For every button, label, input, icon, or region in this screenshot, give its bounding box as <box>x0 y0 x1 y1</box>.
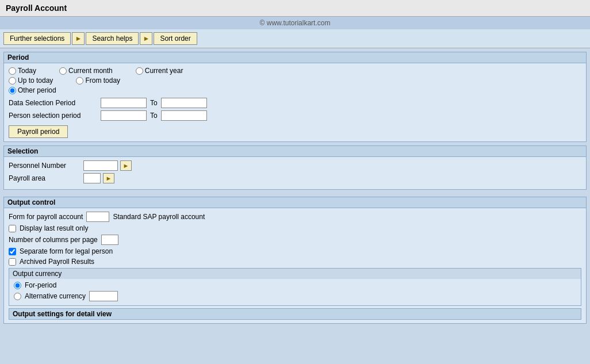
period-row-3: Other period <box>9 86 581 94</box>
watermark-bar: © www.tutorialkart.com <box>0 17 590 29</box>
selection-section-body: Personnel Number ► Payroll area ► <box>4 157 586 189</box>
further-selections-arrow-icon[interactable]: ► <box>72 32 85 45</box>
output-settings-header: Output settings for detail view <box>9 308 581 320</box>
from-today-label: From today <box>85 76 120 85</box>
archived-results-row: Archived Payroll Results <box>9 258 581 266</box>
data-selection-label: Data Selection Period <box>9 99 101 107</box>
data-selection-to-label: To <box>150 99 158 107</box>
payroll-area-arrow-icon: ► <box>106 175 112 182</box>
separate-form-label: Separate form for legal person <box>20 247 113 255</box>
display-last-result-checkbox[interactable] <box>9 225 16 232</box>
for-period-row: For-period <box>14 281 576 289</box>
current-year-label: Current year <box>145 67 183 75</box>
current-year-radio[interactable] <box>136 67 143 75</box>
today-radio[interactable] <box>9 67 16 75</box>
display-last-result-label: Display last result only <box>20 224 88 232</box>
current-month-radio[interactable] <box>59 67 67 75</box>
watermark-text: © www.tutorialkart.com <box>260 19 331 27</box>
output-control-header: Output control <box>4 197 586 208</box>
payroll-area-label: Payroll area <box>9 174 83 182</box>
payroll-period-button[interactable]: Payroll period <box>9 125 68 138</box>
up-to-today-label: Up to today <box>18 76 53 85</box>
personnel-number-input[interactable] <box>83 160 118 171</box>
output-currency-header: Output currency <box>9 269 581 279</box>
title-bar: Payroll Account <box>0 0 590 17</box>
output-currency-section: Output currency For-period Alternative c… <box>9 268 581 306</box>
current-month-radio-item: Current month <box>59 67 113 75</box>
payroll-area-arrow-btn[interactable]: ► <box>103 173 114 183</box>
personnel-number-arrow-icon: ► <box>123 162 129 169</box>
personnel-number-label: Personnel Number <box>9 162 83 170</box>
toolbar: Further selections ► Search helps ► Sort… <box>0 29 590 48</box>
person-selection-to-input[interactable] <box>161 110 207 121</box>
person-selection-from-input[interactable] <box>101 110 147 121</box>
personnel-number-arrow-btn[interactable]: ► <box>120 160 132 171</box>
display-last-result-row: Display last result only <box>9 224 581 232</box>
form-description: Standard SAP payroll account <box>113 213 205 221</box>
search-helps-button[interactable]: Search helps <box>86 32 139 45</box>
selection-section-header: Selection <box>4 146 586 157</box>
period-section-header: Period <box>4 52 586 63</box>
current-month-label: Current month <box>68 67 113 75</box>
other-period-label: Other period <box>18 86 56 94</box>
up-to-today-radio[interactable] <box>9 77 16 85</box>
data-selection-row: Data Selection Period 01.01.2018 To 31.1… <box>9 98 581 108</box>
personnel-number-row: Personnel Number ► <box>9 160 581 171</box>
num-columns-row: Number of columns per page 12 <box>9 235 581 245</box>
sort-order-button[interactable]: Sort order <box>154 32 197 45</box>
payroll-period-row: Payroll period <box>9 123 581 138</box>
alternative-currency-label: Alternative currency <box>25 292 86 300</box>
further-selections-button[interactable]: Further selections <box>3 32 71 45</box>
today-radio-item: Today <box>9 67 36 75</box>
from-today-radio[interactable] <box>76 77 83 85</box>
num-columns-label: Number of columns per page <box>9 236 98 244</box>
selection-section: Selection Personnel Number ► Payroll are… <box>3 145 587 190</box>
data-selection-to-input[interactable]: 31.12.2018 <box>161 98 207 108</box>
for-period-label: For-period <box>25 281 56 289</box>
other-period-radio-item: Other period <box>9 86 56 94</box>
payroll-area-row: Payroll area ► <box>9 173 581 183</box>
alternative-currency-input[interactable] <box>89 291 118 301</box>
output-control-section: Output control Form for payroll account … <box>3 197 587 324</box>
alternative-currency-radio[interactable] <box>14 293 21 300</box>
period-section-body: Today Current month Current year Up to t… <box>4 63 586 141</box>
person-selection-row: Person selection period To <box>9 110 581 121</box>
today-label: Today <box>18 67 36 75</box>
person-selection-to-label: To <box>150 112 158 120</box>
period-row-2: Up to today From today <box>9 76 581 85</box>
form-row: Form for payroll account IDK1 Standard S… <box>9 212 581 222</box>
for-period-radio[interactable] <box>14 282 21 289</box>
separate-form-checkbox[interactable] <box>9 248 16 255</box>
separate-form-row: Separate form for legal person <box>9 247 581 255</box>
alternative-currency-row: Alternative currency <box>14 291 576 301</box>
up-to-today-radio-item: Up to today <box>9 76 53 85</box>
payroll-area-input[interactable] <box>83 173 101 183</box>
archived-results-checkbox[interactable] <box>9 258 16 266</box>
num-columns-input[interactable]: 12 <box>101 235 118 245</box>
search-helps-arrow-icon[interactable]: ► <box>140 32 152 45</box>
main-content: Period Today Current month Current year <box>0 48 590 331</box>
form-value-input[interactable]: IDK1 <box>86 212 109 222</box>
form-label: Form for payroll account <box>9 213 83 221</box>
other-period-radio[interactable] <box>9 87 16 94</box>
period-section: Period Today Current month Current year <box>3 52 587 142</box>
output-currency-body: For-period Alternative currency <box>9 279 581 305</box>
page-title: Payroll Account <box>6 3 584 13</box>
data-selection-from-input[interactable]: 01.01.2018 <box>101 98 147 108</box>
from-today-radio-item: From today <box>76 76 120 85</box>
period-row-1: Today Current month Current year <box>9 67 581 75</box>
output-control-body: Form for payroll account IDK1 Standard S… <box>4 208 586 323</box>
current-year-radio-item: Current year <box>136 67 183 75</box>
person-selection-label: Person selection period <box>9 112 101 120</box>
archived-results-label: Archived Payroll Results <box>20 258 94 266</box>
